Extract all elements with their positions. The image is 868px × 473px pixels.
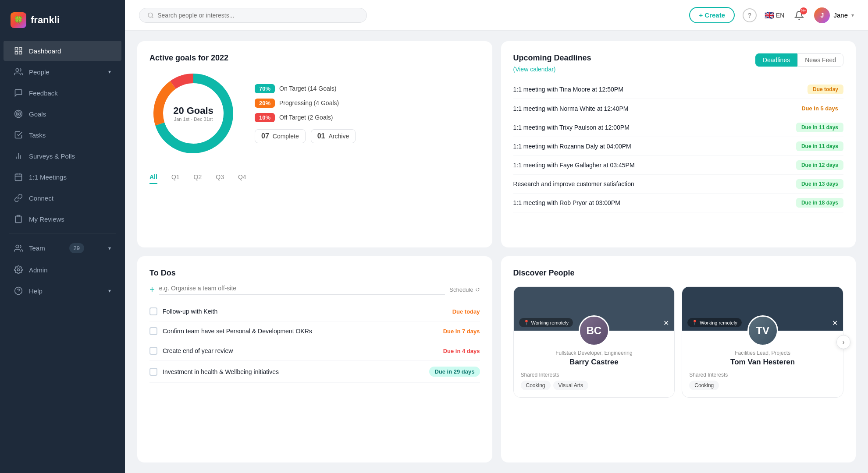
person-card-barry: 📍 Working remotely ✕ BC Fullstack Develo… (513, 286, 675, 398)
schedule-label: Schedule (449, 286, 473, 293)
goals-tab-all[interactable]: All (149, 173, 157, 184)
todos-title: To Dos (149, 268, 480, 278)
on-target-badge: 70% (255, 84, 275, 93)
deadlines-header: Upcoming Deadlines (View calendar) Deadl… (513, 53, 844, 73)
todo-due: Due in 29 days (429, 367, 480, 377)
donut-date: Jan 1st - Dec 31st (173, 116, 213, 122)
deadlines-tab-deadlines[interactable]: Deadlines (755, 53, 797, 67)
todo-checkbox[interactable] (149, 368, 157, 376)
logo-text: frankli (31, 14, 60, 26)
interest-tag: Visual Arts (553, 381, 588, 390)
legend-off-target: 10% Off Target (2 Goals) (255, 113, 480, 122)
off-target-label: Off Target (2 Goals) (279, 114, 333, 121)
due-badge: Due in 11 days (796, 141, 843, 151)
calendar-icon (14, 173, 23, 181)
user-name: Jane (833, 11, 848, 19)
off-target-badge: 10% (255, 113, 275, 122)
sidebar-item-people[interactable]: People ▾ (4, 62, 121, 82)
sidebar-item-label: Team (29, 244, 45, 252)
sidebar-item-myreviews[interactable]: My Reviews (4, 209, 121, 229)
svg-rect-15 (17, 215, 20, 217)
deadline-name: 1:1 meeting with Tina Moore at 12:50PM (513, 86, 802, 93)
todo-checkbox[interactable] (149, 347, 157, 355)
logo-icon: 🍀 (11, 12, 26, 28)
svg-rect-11 (15, 174, 22, 180)
chevron-down-icon: ▾ (108, 69, 111, 75)
location-icon: 📍 (692, 320, 698, 325)
sidebar-item-goals[interactable]: Goals (4, 104, 121, 124)
message-icon (14, 88, 23, 97)
person-header: 📍 Working remotely ✕ BC (514, 287, 675, 331)
deadline-item: 1:1 meeting with Rozanna Daly at 04:00PM… (513, 137, 844, 156)
avatar: J (814, 7, 830, 23)
sidebar-item-connect[interactable]: Connect (4, 188, 121, 208)
team-badge: 29 (69, 243, 84, 253)
search-box[interactable] (139, 8, 367, 23)
deadlines-header-left: Upcoming Deadlines (View calendar) (513, 53, 591, 73)
goals-card: Active goals for 2022 20 Goals (137, 41, 492, 247)
todo-add-button[interactable]: + (149, 285, 155, 295)
sidebar-item-meetings[interactable]: 1:1 Meetings (4, 167, 121, 187)
goals-legend: 70% On Target (14 Goals) 20% Progressing… (255, 84, 480, 143)
sidebar-item-tasks[interactable]: Tasks (4, 125, 121, 145)
deadlines-tab-newsfeed[interactable]: News Feed (797, 53, 843, 67)
notification-badge: 9+ (800, 7, 807, 14)
goals-tab-q4[interactable]: Q4 (238, 173, 246, 184)
sidebar-item-label: Admin (29, 266, 48, 274)
shared-interests-label: Shared Interests (689, 372, 836, 378)
progressing-label: Progressing (4 Goals) (279, 99, 339, 106)
user-area[interactable]: J Jane ▾ (814, 7, 854, 23)
todos-card: To Dos + Schedule ↺ Follow-up with Keith… (137, 256, 492, 462)
schedule-button[interactable]: Schedule ↺ (449, 286, 480, 293)
goals-tab-q1[interactable]: Q1 (171, 173, 180, 184)
goals-tab-q2[interactable]: Q2 (194, 173, 202, 184)
deadline-list: 1:1 meeting with Tina Moore at 12:50PM D… (513, 80, 844, 212)
sidebar-item-feedback[interactable]: Feedback (4, 83, 121, 103)
avatar-initials: BC (587, 325, 602, 337)
person-header: 📍 Working remotely ✕ TV (682, 287, 843, 331)
archive-count: 01 (317, 132, 325, 140)
todo-checkbox[interactable] (149, 327, 157, 335)
deadline-name: 1:1 meeting with Rozanna Daly at 04:00PM (513, 143, 791, 150)
sidebar-item-help[interactable]: Help ▾ (4, 281, 121, 301)
todo-text: Confirm team have set Personal & Develop… (163, 328, 438, 335)
goals-title: Active goals for 2022 (149, 53, 480, 63)
goals-tabs: All Q1 Q2 Q3 Q4 (149, 168, 480, 184)
due-badge: Due in 18 days (796, 198, 843, 208)
donut-center: 20 Goals Jan 1st - Dec 31st (173, 105, 213, 122)
close-icon[interactable]: ✕ (663, 319, 669, 327)
deadline-item: Research and improve customer satisfacti… (513, 175, 844, 194)
link-icon (14, 194, 23, 202)
flag-icon: 🇬🇧 (765, 11, 774, 20)
person-name: Tom Van Hesteren (689, 358, 836, 367)
sidebar-item-admin[interactable]: Admin (4, 260, 121, 280)
discover-people-title: Discover People (513, 268, 844, 278)
deadlines-tabs: Deadlines News Feed (755, 53, 843, 67)
create-button[interactable]: + Create (689, 7, 735, 23)
avatar-initials: TV (756, 325, 769, 337)
view-calendar-link[interactable]: (View calendar) (513, 66, 556, 73)
goals-tab-q3[interactable]: Q3 (216, 173, 224, 184)
close-icon[interactable]: ✕ (832, 319, 838, 327)
sidebar-item-label: My Reviews (29, 215, 64, 223)
sidebar-item-dashboard[interactable]: Dashboard (4, 41, 121, 61)
people-grid: 📍 Working remotely ✕ BC Fullstack Develo… (513, 286, 844, 398)
sidebar-item-surveys[interactable]: Surveys & Polls (4, 146, 121, 166)
language-selector[interactable]: 🇬🇧 EN (765, 11, 784, 20)
todo-due: Due in 4 days (443, 348, 480, 354)
todo-checkbox[interactable] (149, 307, 157, 315)
help-button[interactable]: ? (743, 8, 757, 22)
search-input[interactable] (157, 12, 359, 19)
clipboard-icon (14, 215, 23, 223)
next-arrow-button[interactable]: › (836, 335, 850, 349)
todo-item: Create end of year review Due in 4 days (149, 341, 480, 361)
todo-item: Confirm team have set Personal & Develop… (149, 321, 480, 341)
svg-line-21 (152, 16, 153, 18)
sidebar: 🍀 frankli Dashboard People ▾ Feedback Go… (0, 0, 125, 473)
todo-input[interactable] (159, 285, 445, 295)
sidebar-item-label: Tasks (29, 131, 46, 139)
discover-people-card: Discover People 📍 Working remotely ✕ BC (501, 256, 856, 462)
sidebar-item-team[interactable]: Team 29 ▾ (4, 237, 121, 259)
notifications-button[interactable]: 9+ (792, 8, 806, 22)
working-status: Working remotely (700, 320, 737, 325)
